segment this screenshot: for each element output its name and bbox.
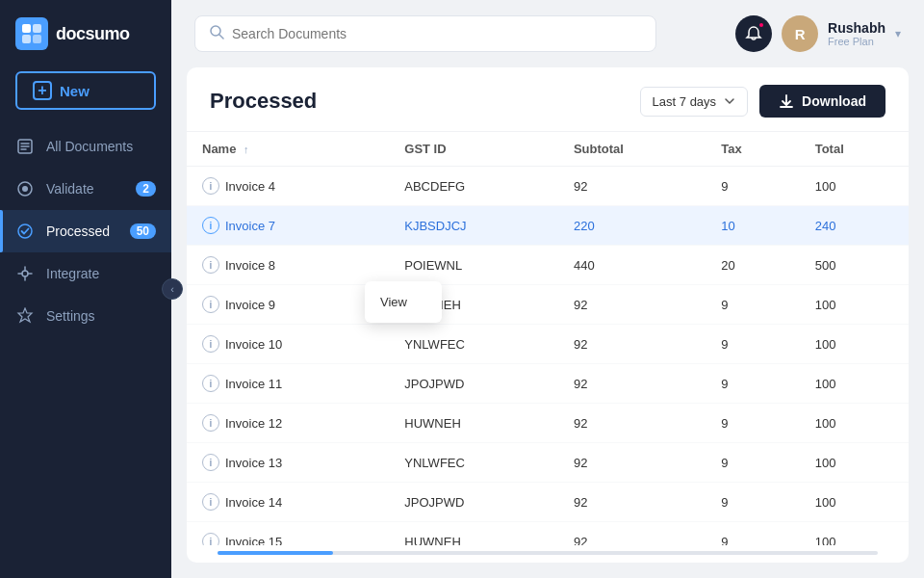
cell-name: i Invoice 13 bbox=[187, 443, 389, 483]
date-filter-label: Last 7 days bbox=[653, 94, 717, 109]
main-content: R Rushabh Free Plan ▾ Processed Last 7 d… bbox=[171, 0, 924, 578]
cell-name: i Invoice 9 bbox=[187, 285, 389, 325]
cell-tax: 20 bbox=[706, 246, 799, 285]
new-button[interactable]: + New bbox=[15, 71, 156, 110]
table-row[interactable]: i Invoice 7 KJBSDJCJ 220 10 240 bbox=[187, 206, 909, 246]
info-icon[interactable]: i bbox=[202, 533, 219, 545]
context-menu-view[interactable]: View bbox=[365, 287, 442, 317]
info-icon[interactable]: i bbox=[202, 217, 219, 234]
cell-total: 100 bbox=[800, 404, 909, 443]
cell-total: 100 bbox=[800, 325, 909, 364]
invoice-name: Invoice 15 bbox=[225, 535, 282, 546]
cell-name: i Invoice 14 bbox=[187, 483, 389, 522]
sidebar-item-settings[interactable]: Settings bbox=[0, 295, 171, 337]
table-row[interactable]: i Invoice 9 HUWNEH 92 9 100 bbox=[187, 285, 909, 325]
cell-name: i Invoice 10 bbox=[187, 325, 389, 364]
cell-tax: 9 bbox=[706, 522, 799, 546]
cell-total: 240 bbox=[800, 206, 909, 246]
info-icon[interactable]: i bbox=[202, 414, 219, 432]
table-row[interactable]: i Invoice 8 POIEWNL 440 20 500 bbox=[187, 246, 909, 285]
plus-icon: + bbox=[33, 81, 52, 100]
processed-badge: 50 bbox=[130, 223, 156, 239]
name-sort-icon: ↑ bbox=[244, 144, 249, 155]
cell-name: i Invoice 15 bbox=[187, 522, 389, 546]
user-info[interactable]: Rushabh Free Plan bbox=[828, 20, 886, 47]
cell-subtotal: 92 bbox=[558, 443, 706, 483]
info-icon[interactable]: i bbox=[202, 454, 219, 471]
cell-gst-id: HUWNEH bbox=[389, 522, 558, 546]
sidebar-label-integrate: Integrate bbox=[46, 266, 156, 281]
sidebar-label-settings: Settings bbox=[46, 308, 156, 324]
cell-gst-id: POIEWNL bbox=[389, 246, 558, 285]
cell-subtotal: 92 bbox=[558, 404, 706, 443]
table-row[interactable]: i Invoice 12 HUWNEH 92 9 100 bbox=[187, 404, 909, 443]
table-row[interactable]: i Invoice 10 YNLWFEC 92 9 100 bbox=[187, 325, 909, 364]
cell-name: i Invoice 7 bbox=[187, 206, 389, 246]
col-subtotal: Subtotal bbox=[558, 132, 706, 167]
cell-gst-id: YNLWFEC bbox=[389, 325, 558, 364]
invoice-name: Invoice 8 bbox=[225, 258, 275, 273]
sidebar-item-all-documents[interactable]: All Documents bbox=[0, 125, 171, 168]
cell-name: i Invoice 4 bbox=[187, 167, 389, 206]
settings-icon bbox=[15, 306, 35, 326]
svg-point-11 bbox=[22, 271, 28, 276]
search-input[interactable] bbox=[232, 26, 642, 41]
app-header: R Rushabh Free Plan ▾ bbox=[171, 0, 924, 67]
cell-name: i Invoice 11 bbox=[187, 364, 389, 404]
notification-dot bbox=[757, 21, 765, 29]
invoice-name: Invoice 11 bbox=[225, 377, 282, 391]
cell-total: 100 bbox=[800, 522, 909, 546]
info-icon[interactable]: i bbox=[202, 493, 219, 511]
cell-subtotal: 440 bbox=[558, 246, 706, 285]
info-icon[interactable]: i bbox=[202, 177, 219, 195]
scroll-track-area bbox=[187, 545, 909, 563]
notification-button[interactable] bbox=[735, 15, 772, 52]
sidebar-label-all-documents: All Documents bbox=[46, 139, 156, 154]
cell-tax: 10 bbox=[706, 206, 799, 246]
info-icon[interactable]: i bbox=[202, 335, 219, 353]
cell-total: 500 bbox=[800, 246, 909, 285]
table-row[interactable]: i Invoice 15 HUWNEH 92 9 100 bbox=[187, 522, 909, 546]
info-icon[interactable]: i bbox=[202, 256, 219, 274]
invoice-name: Invoice 12 bbox=[225, 416, 282, 431]
logo-area: docsumo bbox=[0, 0, 171, 67]
sidebar-item-validate[interactable]: Validate 2 bbox=[0, 168, 171, 210]
sidebar-collapse-button[interactable]: ‹ bbox=[162, 278, 183, 300]
cell-gst-id: HUWNEH bbox=[389, 404, 558, 443]
table-row[interactable]: i Invoice 11 JPOJPWD 92 9 100 bbox=[187, 364, 909, 404]
search-bar[interactable] bbox=[194, 15, 656, 52]
sidebar-item-integrate[interactable]: Integrate bbox=[0, 252, 171, 295]
svg-point-10 bbox=[18, 224, 32, 238]
svg-marker-12 bbox=[18, 308, 32, 322]
sidebar-item-processed[interactable]: Processed 50 bbox=[0, 210, 171, 252]
invoice-name: Invoice 13 bbox=[225, 456, 282, 470]
table-row[interactable]: i Invoice 13 YNLWFEC 92 9 100 bbox=[187, 443, 909, 483]
logo-icon bbox=[15, 17, 48, 50]
date-filter-dropdown[interactable]: Last 7 days bbox=[640, 87, 749, 117]
svg-rect-3 bbox=[33, 35, 41, 43]
user-chevron-icon[interactable]: ▾ bbox=[895, 27, 901, 40]
invoice-table: Name ↑ GST ID Subtotal Tax Total i Invoi… bbox=[187, 132, 909, 545]
info-icon[interactable]: i bbox=[202, 375, 219, 392]
cell-tax: 9 bbox=[706, 404, 799, 443]
download-button[interactable]: Download bbox=[759, 85, 886, 118]
cell-subtotal: 92 bbox=[558, 483, 706, 522]
table-row[interactable]: i Invoice 4 ABCDEFG 92 9 100 bbox=[187, 167, 909, 206]
avatar[interactable]: R bbox=[782, 15, 818, 52]
cell-total: 100 bbox=[800, 483, 909, 522]
cell-gst-id: YNLWFEC bbox=[389, 443, 558, 483]
info-icon[interactable]: i bbox=[202, 296, 219, 313]
cell-tax: 9 bbox=[706, 364, 799, 404]
col-name[interactable]: Name ↑ bbox=[187, 132, 389, 167]
sidebar-label-validate: Validate bbox=[46, 181, 124, 197]
cell-tax: 9 bbox=[706, 167, 799, 206]
invoice-name: Invoice 7 bbox=[225, 219, 275, 233]
cell-gst-id: JPOJPWD bbox=[389, 364, 558, 404]
invoice-name: Invoice 4 bbox=[225, 179, 275, 194]
table-row[interactable]: i Invoice 14 JPOJPWD 92 9 100 bbox=[187, 483, 909, 522]
cell-subtotal: 92 bbox=[558, 364, 706, 404]
cell-total: 100 bbox=[800, 443, 909, 483]
invoice-name: Invoice 14 bbox=[225, 495, 282, 510]
sidebar: docsumo + New All Documents bbox=[0, 0, 171, 578]
all-docs-icon bbox=[15, 137, 35, 156]
